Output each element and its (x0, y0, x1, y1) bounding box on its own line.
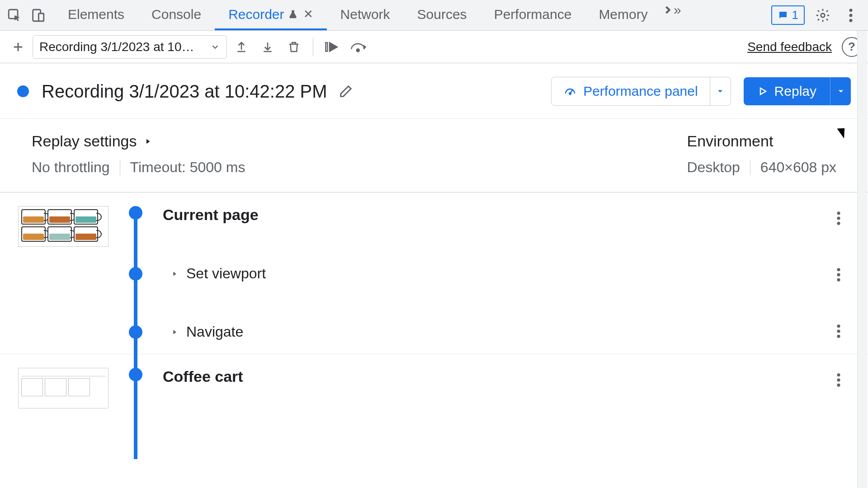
tab-elements[interactable]: Elements (54, 0, 138, 30)
step-menu-icon[interactable] (836, 211, 841, 226)
more-options-icon[interactable] (841, 5, 861, 25)
svg-point-9 (569, 93, 571, 94)
recorder-toolbar: Recording 3/1/2023 at 10… Send feedback … (0, 31, 868, 63)
step-menu-icon[interactable] (836, 267, 841, 282)
svg-point-10 (837, 211, 840, 215)
step-set-viewport[interactable]: Set viewport (163, 265, 850, 282)
svg-point-12 (837, 222, 840, 225)
replay-button[interactable]: Replay (744, 77, 851, 105)
svg-rect-7 (326, 42, 327, 51)
step-thumbnail (18, 368, 108, 408)
replay-settings-section: Replay settings No throttling Timeout: 5… (32, 132, 245, 176)
caret-right-icon (171, 328, 178, 337)
step-label: Navigate (186, 324, 243, 340)
step-label: Set viewport (186, 265, 266, 282)
devtools-tabstrip: Elements Console Recorder ✕ Network Sour… (0, 0, 868, 31)
svg-point-8 (357, 49, 359, 52)
replay-label: Replay (774, 84, 816, 99)
performance-panel-dropdown[interactable] (710, 77, 731, 105)
svg-point-21 (837, 384, 840, 387)
replay-dropdown[interactable] (830, 77, 851, 105)
step-menu-icon[interactable] (836, 372, 841, 388)
inspect-element-icon[interactable] (3, 4, 26, 27)
steps-timeline[interactable]: Current page Set viewport Navigate (0, 192, 868, 459)
step-group-current-page: Current page Set viewport Navigate (0, 192, 868, 354)
step-thumbnail (18, 206, 108, 247)
title-actions: Performance panel Replay (551, 77, 851, 106)
recording-dropdown-label: Recording 3/1/2023 at 10… (39, 40, 194, 54)
step-navigate[interactable]: Navigate (163, 324, 850, 340)
replay-settings-heading[interactable]: Replay settings (32, 132, 245, 150)
vertical-scrollbar[interactable] (857, 31, 867, 488)
svg-point-19 (837, 373, 840, 376)
performance-panel-label: Performance panel (583, 84, 698, 99)
throttling-value: No throttling (32, 159, 110, 176)
svg-point-15 (837, 278, 840, 282)
panel-tabs: Elements Console Recorder ✕ Network Sour… (54, 0, 681, 30)
recording-header: Recording 3/1/2023 at 10:42:22 PM Perfor… (0, 63, 868, 119)
tab-network[interactable]: Network (327, 0, 404, 30)
step-title: Current page (163, 206, 850, 224)
new-recording-icon[interactable] (6, 35, 30, 59)
tab-memory[interactable]: Memory (585, 0, 661, 30)
svg-rect-2 (38, 13, 43, 21)
performance-panel-button[interactable]: Performance panel (551, 77, 731, 106)
tabstrip-right: 1 (771, 5, 865, 25)
step-menu-icon[interactable] (836, 324, 841, 339)
close-icon[interactable]: ✕ (303, 7, 313, 21)
play-icon (757, 86, 768, 97)
import-icon[interactable] (230, 35, 253, 59)
toolbar-right: Send feedback ? (747, 37, 862, 57)
environment-values: Desktop 640×608 px (687, 159, 836, 176)
svg-point-3 (821, 13, 825, 17)
timeline-node (129, 206, 142, 220)
replay-settings-values: No throttling Timeout: 5000 ms (32, 159, 245, 176)
tab-sources[interactable]: Sources (404, 0, 481, 30)
tab-recorder[interactable]: Recorder ✕ (215, 0, 326, 30)
settings-row: Replay settings No throttling Timeout: 5… (0, 119, 868, 192)
edit-title-icon[interactable] (338, 84, 354, 99)
send-feedback-link[interactable]: Send feedback (747, 40, 832, 54)
tab-performance[interactable]: Performance (481, 0, 585, 30)
svg-point-16 (837, 324, 840, 328)
step-over-icon[interactable] (347, 35, 370, 59)
timeline-rail (122, 368, 149, 381)
step-content: Coffee cart (163, 368, 850, 385)
replay-settings-label: Replay settings (32, 132, 137, 150)
performance-panel-main[interactable]: Performance panel (552, 77, 709, 105)
tab-label: Console (151, 7, 201, 22)
issues-chip[interactable]: 1 (771, 5, 805, 25)
timeout-value: Timeout: 5000 ms (130, 159, 245, 176)
viewport-value: 640×608 px (760, 159, 836, 176)
caret-right-icon (171, 269, 178, 278)
issues-count: 1 (792, 8, 798, 22)
svg-point-5 (849, 14, 852, 17)
timeline-node (129, 325, 142, 339)
tab-label: Performance (494, 7, 572, 22)
recording-title: Recording 3/1/2023 at 10:42:22 PM (42, 81, 327, 102)
environment-heading: Environment (687, 132, 836, 150)
chevron-down-icon (210, 42, 220, 52)
export-icon[interactable] (256, 35, 279, 59)
more-tabs-icon[interactable]: » (661, 0, 681, 20)
svg-point-4 (849, 9, 852, 12)
replay-step-icon[interactable] (321, 35, 344, 59)
tab-console[interactable]: Console (138, 0, 215, 30)
step-content: Current page Set viewport Navigate (163, 206, 850, 340)
svg-point-17 (837, 329, 840, 333)
svg-point-11 (837, 216, 840, 220)
tab-label: Sources (417, 7, 467, 22)
device-toolbar-icon[interactable] (26, 4, 50, 27)
svg-point-6 (849, 19, 852, 22)
svg-point-13 (837, 268, 840, 271)
separator (750, 160, 750, 175)
delete-icon[interactable] (282, 35, 306, 59)
settings-gear-icon[interactable] (813, 5, 833, 25)
timeline-node (129, 368, 142, 381)
replay-button-main[interactable]: Replay (744, 77, 830, 105)
separator (120, 160, 120, 175)
recording-dropdown[interactable]: Recording 3/1/2023 at 10… (33, 35, 227, 59)
timeline-node (129, 267, 142, 281)
step-title: Coffee cart (163, 368, 850, 385)
step-group-coffee-cart: Coffee cart (0, 354, 868, 422)
